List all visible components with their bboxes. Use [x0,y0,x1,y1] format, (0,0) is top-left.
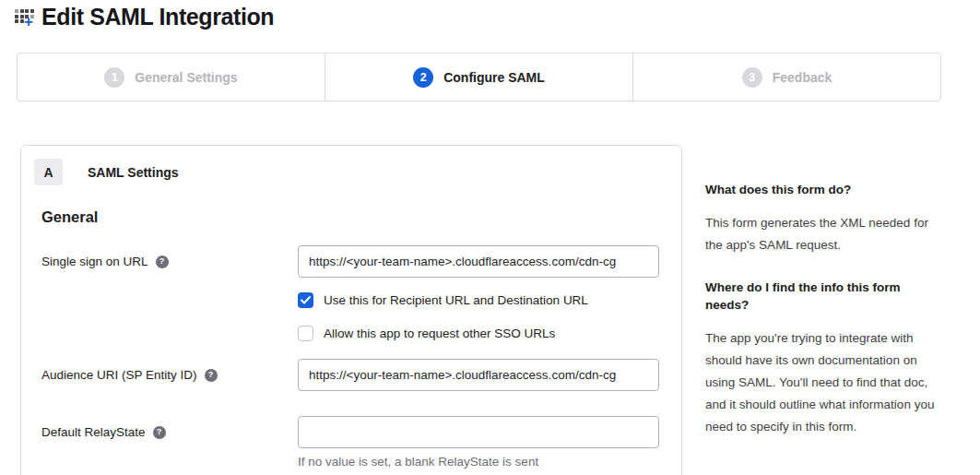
relay-state-helper-text: If no value is set, a blank RelayState i… [298,455,659,469]
edit-saml-integration-page: + Edit SAML Integration 1 General Settin… [0,0,980,475]
field-label-group: Default RelayState [41,416,298,439]
section-badge: A [34,159,63,185]
relay-state-label: Default RelayState [41,425,146,439]
step-label: Feedback [773,70,832,85]
help-body-where: The app you're trying to integrate with … [705,327,936,438]
help-heading-where: Where do I find the info this form needs… [705,279,936,314]
audience-uri-label: Audience URI (SP Entity ID) [41,368,197,382]
checkbox-row-other-sso-urls[interactable]: Allow this app to request other SSO URLs [298,322,659,344]
wizard-stepper: 1 General Settings 2 Configure SAML 3 Fe… [17,53,941,101]
step-general-settings[interactable]: 1 General Settings [18,53,325,101]
step-number-badge: 2 [413,67,433,88]
help-icon[interactable] [205,369,218,382]
checkbox-label: Use this for Recipient URL and Destinati… [324,293,588,307]
audience-uri-input[interactable] [298,359,659,391]
field-control-group: If no value is set, a blank RelayState i… [298,416,659,469]
field-label-group: Single sign on URL [41,245,298,268]
field-control-group [298,359,659,391]
field-row-relay-state: Default RelayState If no value is set, a… [41,416,659,469]
page-header: + Edit SAML Integration [14,4,274,30]
help-icon[interactable] [153,426,166,439]
sso-url-input[interactable] [298,245,659,278]
section-header: A SAML Settings [34,159,179,185]
page-title: Edit SAML Integration [41,4,274,30]
app-grid-plus-icon: + [14,5,39,30]
group-heading-general: General [41,208,98,226]
relay-state-input[interactable] [298,416,659,448]
field-label-group: Audience URI (SP Entity ID) [41,359,298,382]
help-sidebar: What does this form do? This form genera… [705,181,936,460]
field-row-audience-uri: Audience URI (SP Entity ID) [41,359,659,391]
saml-settings-panel: A SAML Settings General Single sign on U… [20,145,682,475]
help-icon[interactable] [156,255,169,268]
checkbox-row-recipient-url[interactable]: Use this for Recipient URL and Destinati… [298,289,659,311]
checkbox-checked[interactable] [298,292,313,308]
step-configure-saml[interactable]: 2 Configure SAML [325,53,632,101]
section-title: SAML Settings [88,165,179,180]
help-body-what: This form generates the XML needed for t… [705,212,936,256]
step-number-badge: 1 [104,67,124,88]
sso-url-label: Single sign on URL [41,255,148,268]
step-label: General Settings [135,70,237,85]
step-number-badge: 3 [742,67,762,88]
step-label: Configure SAML [443,70,545,85]
check-icon [301,296,311,304]
field-control-group: Use this for Recipient URL and Destinati… [298,245,659,344]
help-heading-what: What does this form do? [705,181,936,198]
step-feedback[interactable]: 3 Feedback [632,53,940,101]
field-row-sso-url: Single sign on URL Use this for Recipien… [41,245,659,344]
checkbox-unchecked[interactable] [298,326,313,341]
plus-icon: + [24,14,33,30]
checkbox-label: Allow this app to request other SSO URLs [324,327,555,340]
